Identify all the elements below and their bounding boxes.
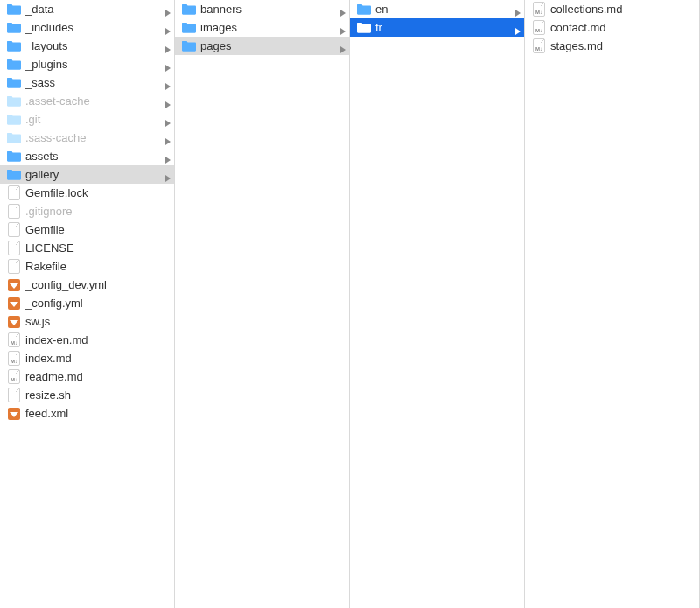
file-item[interactable]: fr bbox=[350, 18, 524, 37]
file-item-label: fr bbox=[375, 21, 512, 34]
folder-icon bbox=[357, 3, 371, 17]
code-file-icon bbox=[7, 315, 21, 329]
folder-icon bbox=[182, 3, 196, 17]
file-item[interactable]: resize.sh bbox=[0, 386, 174, 404]
file-item[interactable]: en bbox=[350, 0, 524, 18]
file-item[interactable]: M↓index.md bbox=[0, 349, 174, 367]
file-column-2: en fr bbox=[350, 0, 525, 608]
file-item-label: readme.md bbox=[25, 370, 171, 383]
chevron-right-icon bbox=[165, 116, 171, 123]
file-item-label: assets bbox=[25, 150, 162, 163]
markdown-file-icon: M↓ bbox=[7, 352, 21, 366]
file-item-label: _includes bbox=[25, 21, 162, 34]
file-item-label: Rakefile bbox=[25, 260, 171, 273]
chevron-right-icon bbox=[165, 6, 171, 13]
chevron-right-icon bbox=[165, 171, 171, 178]
file-item[interactable]: Rakefile bbox=[0, 257, 174, 276]
file-item[interactable]: images bbox=[175, 18, 349, 37]
file-item[interactable]: _data bbox=[0, 0, 174, 18]
file-item-label: resize.sh bbox=[25, 388, 171, 402]
chevron-right-icon bbox=[515, 6, 521, 13]
file-item[interactable]: gallery bbox=[0, 165, 174, 184]
chevron-right-icon bbox=[165, 24, 171, 31]
folder-icon bbox=[7, 39, 21, 53]
file-item[interactable]: _config_dev.yml bbox=[0, 276, 174, 294]
folder-icon bbox=[7, 113, 21, 127]
file-item-label: contact.md bbox=[550, 21, 696, 34]
folder-icon bbox=[7, 94, 21, 108]
chevron-right-icon bbox=[165, 135, 171, 142]
markdown-file-icon: M↓ bbox=[7, 333, 21, 347]
markdown-file-icon: M↓ bbox=[532, 3, 546, 17]
file-item[interactable]: _sass bbox=[0, 73, 174, 92]
markdown-file-icon: M↓ bbox=[7, 370, 21, 384]
file-item[interactable]: _config.yml bbox=[0, 294, 174, 312]
code-file-icon bbox=[7, 407, 21, 421]
code-file-icon bbox=[7, 278, 21, 292]
file-icon bbox=[7, 260, 21, 274]
chevron-right-icon bbox=[340, 6, 346, 13]
folder-icon bbox=[7, 150, 21, 164]
file-item-label: Gemfile bbox=[25, 223, 171, 236]
file-item[interactable]: M↓stages.md bbox=[525, 37, 699, 55]
chevron-right-icon bbox=[165, 80, 171, 87]
markdown-file-icon: M↓ bbox=[532, 39, 546, 53]
folder-icon bbox=[7, 168, 21, 182]
file-icon bbox=[7, 241, 21, 255]
file-item[interactable]: M↓index-en.md bbox=[0, 331, 174, 349]
file-item[interactable]: .sass-cache bbox=[0, 129, 174, 147]
file-item[interactable]: M↓collections.md bbox=[525, 0, 699, 18]
file-item[interactable]: _includes bbox=[0, 18, 174, 37]
file-item[interactable]: Gemfile.lock bbox=[0, 184, 174, 202]
folder-icon bbox=[182, 21, 196, 35]
chevron-right-icon bbox=[340, 24, 346, 31]
file-icon bbox=[7, 223, 21, 237]
folder-icon bbox=[7, 58, 21, 72]
folder-icon bbox=[357, 21, 371, 35]
file-item-label: index-en.md bbox=[25, 333, 171, 346]
code-file-icon bbox=[7, 297, 21, 311]
file-item[interactable]: .asset-cache bbox=[0, 92, 174, 110]
file-item[interactable]: .git bbox=[0, 110, 174, 129]
file-item-label: _layouts bbox=[25, 39, 162, 52]
file-item-label: banners bbox=[200, 3, 337, 16]
file-item[interactable]: _layouts bbox=[0, 37, 174, 55]
file-item[interactable]: assets bbox=[0, 147, 174, 165]
file-item[interactable]: M↓readme.md bbox=[0, 367, 174, 386]
file-item[interactable]: _plugins bbox=[0, 55, 174, 73]
file-item-label: images bbox=[200, 21, 337, 34]
file-icon bbox=[7, 186, 21, 200]
file-item[interactable]: Gemfile bbox=[0, 220, 174, 239]
file-column-1: banners images pages bbox=[175, 0, 350, 608]
chevron-right-icon bbox=[165, 43, 171, 50]
file-item-label: _config_dev.yml bbox=[25, 278, 171, 291]
chevron-right-icon bbox=[515, 24, 521, 31]
file-item-label: feed.xml bbox=[25, 407, 171, 420]
file-item-label: _sass bbox=[25, 76, 162, 89]
file-item-label: .sass-cache bbox=[25, 131, 162, 144]
file-item[interactable]: M↓contact.md bbox=[525, 18, 699, 37]
folder-icon bbox=[182, 39, 196, 53]
file-item[interactable]: LICENSE bbox=[0, 239, 174, 257]
folder-icon bbox=[7, 21, 21, 35]
file-item-label: en bbox=[375, 3, 512, 16]
file-item-label: gallery bbox=[25, 168, 162, 181]
file-item[interactable]: pages bbox=[175, 37, 349, 55]
file-item[interactable]: sw.js bbox=[0, 312, 174, 331]
file-column-0: _data _includes _layouts _plugins _sass … bbox=[0, 0, 175, 608]
file-column-3: M↓collections.mdM↓contact.mdM↓stages.md bbox=[525, 0, 700, 608]
file-item-label: .git bbox=[25, 113, 162, 126]
file-item[interactable]: banners bbox=[175, 0, 349, 18]
file-item[interactable]: feed.xml bbox=[0, 404, 174, 423]
chevron-right-icon bbox=[165, 61, 171, 68]
file-item[interactable]: .gitignore bbox=[0, 202, 174, 220]
file-item-label: index.md bbox=[25, 352, 171, 365]
chevron-right-icon bbox=[165, 98, 171, 105]
folder-icon bbox=[7, 76, 21, 90]
file-item-label: _data bbox=[25, 3, 162, 16]
file-item-label: LICENSE bbox=[25, 241, 171, 255]
chevron-right-icon bbox=[165, 153, 171, 160]
file-item-label: _config.yml bbox=[25, 297, 171, 310]
file-icon bbox=[7, 205, 21, 219]
file-item-label: collections.md bbox=[550, 3, 696, 16]
